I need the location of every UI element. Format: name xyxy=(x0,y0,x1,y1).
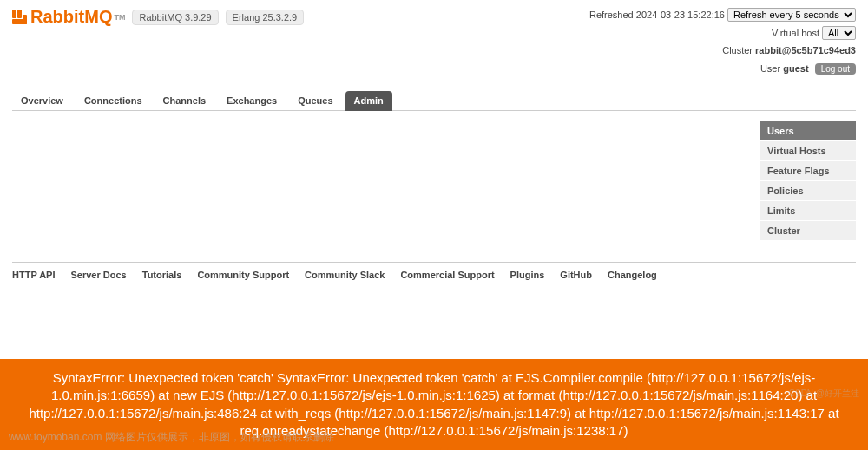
footer-plugins[interactable]: Plugins xyxy=(510,270,545,280)
footer-github[interactable]: GitHub xyxy=(560,270,592,280)
version-erlang: Erlang 25.3.2.9 xyxy=(226,10,305,25)
footer-community-slack[interactable]: Community Slack xyxy=(305,270,385,280)
svg-rect-1 xyxy=(17,10,22,18)
tab-exchanges[interactable]: Exchanges xyxy=(218,91,286,111)
svg-rect-3 xyxy=(23,15,27,24)
rhs-feature-flags[interactable]: Feature Flags xyxy=(760,161,856,181)
footer-commercial-support[interactable]: Commercial Support xyxy=(400,270,494,280)
rhs-menu: Users Virtual Hosts Feature Flags Polici… xyxy=(760,121,856,241)
footer-server-docs[interactable]: Server Docs xyxy=(71,270,127,280)
refreshed-time: 2024-03-23 15:22:16 xyxy=(636,10,725,20)
vhost-label: Virtual host xyxy=(772,28,819,38)
footer-links: HTTP API Server Docs Tutorials Community… xyxy=(12,262,856,280)
tab-queues[interactable]: Queues xyxy=(289,91,341,111)
vhost-select[interactable]: All xyxy=(822,26,856,40)
refresh-interval-select[interactable]: Refresh every 5 seconds xyxy=(727,8,856,22)
brand-name: RabbitMQ xyxy=(30,7,112,27)
main-tabs: Overview Connections Channels Exchanges … xyxy=(12,91,856,111)
content-area xyxy=(12,121,760,241)
footer-community-support[interactable]: Community Support xyxy=(197,270,289,280)
watermark-left: www.toymoban.com 网络图片仅供展示，非原图，如有侵权请联系删除 xyxy=(9,430,334,445)
rhs-cluster[interactable]: Cluster xyxy=(760,221,856,241)
brand-tm: TM xyxy=(114,13,125,22)
footer-http-api[interactable]: HTTP API xyxy=(12,270,56,280)
refreshed-label: Refreshed xyxy=(589,10,634,20)
cluster-id: rabbit@5c5b71c94ed3 xyxy=(755,45,856,55)
rhs-limits[interactable]: Limits xyxy=(760,201,856,221)
tab-connections[interactable]: Connections xyxy=(76,91,151,111)
brand-logo[interactable]: RabbitMQ TM xyxy=(12,7,125,27)
version-rabbitmq: RabbitMQ 3.9.29 xyxy=(132,10,218,25)
svg-rect-0 xyxy=(12,10,16,18)
rhs-policies[interactable]: Policies xyxy=(760,181,856,201)
rhs-virtual-hosts[interactable]: Virtual Hosts xyxy=(760,141,856,161)
cluster-label: Cluster xyxy=(722,45,753,55)
logout-button[interactable]: Log out xyxy=(815,63,856,75)
footer-changelog[interactable]: Changelog xyxy=(608,270,657,280)
tab-channels[interactable]: Channels xyxy=(155,91,215,111)
watermark-right: CSDN @好开兰洼 xyxy=(789,388,859,400)
user-name: guest xyxy=(783,63,808,74)
tab-admin[interactable]: Admin xyxy=(345,91,392,111)
rhs-users[interactable]: Users xyxy=(760,121,856,141)
tab-overview[interactable]: Overview xyxy=(12,91,72,111)
footer-tutorials[interactable]: Tutorials xyxy=(142,270,182,280)
user-label: User xyxy=(760,63,780,74)
rabbitmq-icon xyxy=(12,10,27,24)
